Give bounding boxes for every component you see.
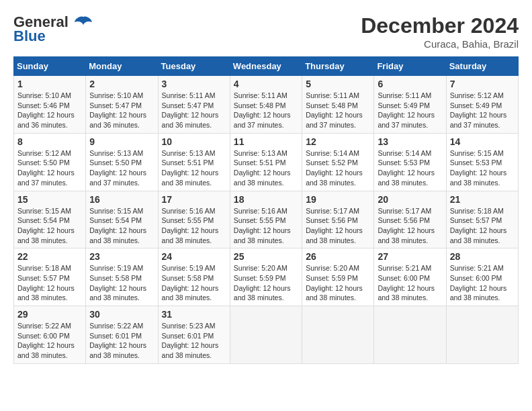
calendar-cell: 18Sunrise: 5:16 AM Sunset: 5:55 PM Dayli…: [230, 191, 302, 248]
day-number: 3: [162, 79, 226, 89]
calendar-cell: 22Sunrise: 5:18 AM Sunset: 5:57 PM Dayli…: [14, 248, 86, 306]
header-row: Sunday Monday Tuesday Wednesday Thursday…: [14, 57, 519, 76]
day-number: 14: [450, 136, 515, 147]
col-friday: Friday: [374, 57, 446, 76]
calendar-cell: 4Sunrise: 5:11 AM Sunset: 5:48 PM Daylig…: [230, 76, 302, 134]
day-number: 2: [89, 79, 154, 89]
day-info: Sunrise: 5:21 AM Sunset: 6:00 PM Dayligh…: [450, 263, 515, 303]
day-info: Sunrise: 5:11 AM Sunset: 5:49 PM Dayligh…: [378, 91, 442, 130]
day-number: 28: [450, 251, 515, 262]
day-info: Sunrise: 5:15 AM Sunset: 5:53 PM Dayligh…: [450, 148, 515, 188]
day-number: 24: [162, 251, 226, 262]
calendar-cell: [446, 306, 518, 364]
day-info: Sunrise: 5:13 AM Sunset: 5:50 PM Dayligh…: [89, 148, 154, 188]
calendar-cell: 14Sunrise: 5:15 AM Sunset: 5:53 PM Dayli…: [446, 133, 518, 191]
day-info: Sunrise: 5:11 AM Sunset: 5:48 PM Dayligh…: [234, 91, 298, 130]
day-number: 1: [17, 79, 82, 89]
calendar-cell: 20Sunrise: 5:17 AM Sunset: 5:56 PM Dayli…: [374, 191, 446, 248]
page-header: General Blue December 2024 Curaca, Bahia…: [13, 13, 519, 50]
day-number: 15: [17, 194, 82, 205]
day-number: 11: [234, 136, 298, 147]
location-subtitle: Curaca, Bahia, Brazil: [361, 38, 519, 50]
calendar-cell: [230, 306, 302, 364]
calendar-week-3: 15Sunrise: 5:15 AM Sunset: 5:54 PM Dayli…: [14, 191, 519, 248]
day-info: Sunrise: 5:17 AM Sunset: 5:56 PM Dayligh…: [306, 206, 370, 246]
day-info: Sunrise: 5:16 AM Sunset: 5:55 PM Dayligh…: [162, 206, 226, 246]
day-number: 8: [17, 136, 82, 147]
calendar-cell: 1Sunrise: 5:10 AM Sunset: 5:46 PM Daylig…: [14, 76, 86, 134]
logo-bird-icon: [74, 15, 93, 30]
day-number: 29: [17, 309, 82, 320]
calendar-table: Sunday Monday Tuesday Wednesday Thursday…: [13, 56, 519, 364]
calendar-cell: 5Sunrise: 5:11 AM Sunset: 5:48 PM Daylig…: [302, 76, 374, 134]
calendar-cell: 2Sunrise: 5:10 AM Sunset: 5:47 PM Daylig…: [86, 76, 158, 134]
day-info: Sunrise: 5:20 AM Sunset: 5:59 PM Dayligh…: [306, 263, 370, 303]
col-monday: Monday: [86, 57, 158, 76]
col-tuesday: Tuesday: [158, 57, 230, 76]
calendar-cell: 7Sunrise: 5:12 AM Sunset: 5:49 PM Daylig…: [446, 76, 518, 134]
calendar-cell: 27Sunrise: 5:21 AM Sunset: 6:00 PM Dayli…: [374, 248, 446, 306]
day-number: 16: [89, 194, 154, 205]
col-sunday: Sunday: [14, 57, 86, 76]
day-number: 10: [162, 136, 226, 147]
day-info: Sunrise: 5:10 AM Sunset: 5:46 PM Dayligh…: [17, 91, 82, 130]
day-info: Sunrise: 5:21 AM Sunset: 6:00 PM Dayligh…: [378, 263, 442, 303]
col-wednesday: Wednesday: [230, 57, 302, 76]
calendar-cell: [302, 306, 374, 364]
calendar-cell: 19Sunrise: 5:17 AM Sunset: 5:56 PM Dayli…: [302, 191, 374, 248]
calendar-week-2: 8Sunrise: 5:12 AM Sunset: 5:50 PM Daylig…: [14, 133, 519, 191]
calendar-cell: 9Sunrise: 5:13 AM Sunset: 5:50 PM Daylig…: [86, 133, 158, 191]
calendar-week-4: 22Sunrise: 5:18 AM Sunset: 5:57 PM Dayli…: [14, 248, 519, 306]
calendar-cell: 6Sunrise: 5:11 AM Sunset: 5:49 PM Daylig…: [374, 76, 446, 134]
day-info: Sunrise: 5:22 AM Sunset: 6:01 PM Dayligh…: [89, 321, 154, 361]
day-number: 30: [89, 309, 154, 320]
day-number: 31: [162, 309, 226, 320]
day-number: 17: [162, 194, 226, 205]
day-number: 5: [306, 79, 370, 89]
calendar-cell: 15Sunrise: 5:15 AM Sunset: 5:54 PM Dayli…: [14, 191, 86, 248]
day-number: 12: [306, 136, 370, 147]
day-number: 21: [450, 194, 515, 205]
calendar-cell: 26Sunrise: 5:20 AM Sunset: 5:59 PM Dayli…: [302, 248, 374, 306]
day-number: 9: [89, 136, 154, 147]
day-number: 13: [378, 136, 442, 147]
day-info: Sunrise: 5:14 AM Sunset: 5:53 PM Dayligh…: [378, 148, 442, 188]
day-number: 19: [306, 194, 370, 205]
day-number: 26: [306, 251, 370, 262]
day-info: Sunrise: 5:12 AM Sunset: 5:50 PM Dayligh…: [17, 148, 82, 188]
day-info: Sunrise: 5:10 AM Sunset: 5:47 PM Dayligh…: [89, 91, 154, 130]
col-saturday: Saturday: [446, 57, 518, 76]
calendar-cell: 21Sunrise: 5:18 AM Sunset: 5:57 PM Dayli…: [446, 191, 518, 248]
day-info: Sunrise: 5:15 AM Sunset: 5:54 PM Dayligh…: [17, 206, 82, 246]
calendar-cell: 10Sunrise: 5:13 AM Sunset: 5:51 PM Dayli…: [158, 133, 230, 191]
calendar-cell: 25Sunrise: 5:20 AM Sunset: 5:59 PM Dayli…: [230, 248, 302, 306]
calendar-cell: 23Sunrise: 5:19 AM Sunset: 5:58 PM Dayli…: [86, 248, 158, 306]
calendar-cell: [374, 306, 446, 364]
day-number: 7: [450, 79, 515, 89]
calendar-cell: 30Sunrise: 5:22 AM Sunset: 6:01 PM Dayli…: [86, 306, 158, 364]
day-info: Sunrise: 5:17 AM Sunset: 5:56 PM Dayligh…: [378, 206, 442, 246]
calendar-cell: 24Sunrise: 5:19 AM Sunset: 5:58 PM Dayli…: [158, 248, 230, 306]
day-number: 4: [234, 79, 298, 89]
calendar-week-1: 1Sunrise: 5:10 AM Sunset: 5:46 PM Daylig…: [14, 76, 519, 134]
day-info: Sunrise: 5:14 AM Sunset: 5:52 PM Dayligh…: [306, 148, 370, 188]
day-number: 23: [89, 251, 154, 262]
logo: General Blue: [13, 13, 93, 45]
day-info: Sunrise: 5:20 AM Sunset: 5:59 PM Dayligh…: [234, 263, 298, 303]
day-number: 22: [17, 251, 82, 262]
month-title: December 2024: [361, 13, 519, 38]
day-info: Sunrise: 5:11 AM Sunset: 5:47 PM Dayligh…: [162, 91, 226, 130]
title-block: December 2024 Curaca, Bahia, Brazil: [361, 13, 519, 50]
day-info: Sunrise: 5:19 AM Sunset: 5:58 PM Dayligh…: [162, 263, 226, 303]
day-info: Sunrise: 5:15 AM Sunset: 5:54 PM Dayligh…: [89, 206, 154, 246]
day-info: Sunrise: 5:13 AM Sunset: 5:51 PM Dayligh…: [162, 148, 226, 188]
calendar-cell: 13Sunrise: 5:14 AM Sunset: 5:53 PM Dayli…: [374, 133, 446, 191]
day-info: Sunrise: 5:19 AM Sunset: 5:58 PM Dayligh…: [89, 263, 154, 303]
day-number: 20: [378, 194, 442, 205]
day-info: Sunrise: 5:11 AM Sunset: 5:48 PM Dayligh…: [306, 91, 370, 130]
col-thursday: Thursday: [302, 57, 374, 76]
calendar-cell: 3Sunrise: 5:11 AM Sunset: 5:47 PM Daylig…: [158, 76, 230, 134]
calendar-cell: 29Sunrise: 5:22 AM Sunset: 6:00 PM Dayli…: [14, 306, 86, 364]
day-number: 25: [234, 251, 298, 262]
day-number: 18: [234, 194, 298, 205]
